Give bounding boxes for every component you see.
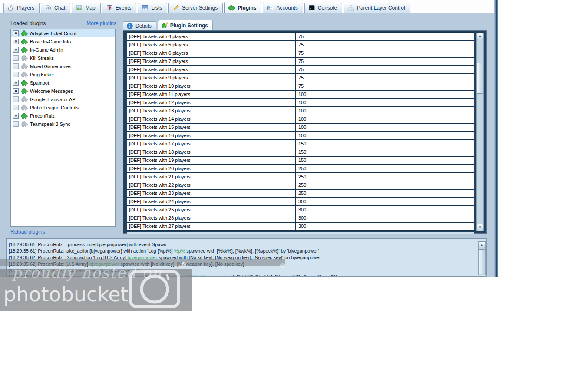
setting-row[interactable]: [DEF] Tickets with 9 players75	[127, 74, 474, 82]
setting-value-cell[interactable]: 150	[296, 157, 474, 164]
plugin-list-item[interactable]: ×In-Game Admin	[11, 46, 115, 54]
setting-row[interactable]: [DEF] Tickets with 15 players100	[127, 124, 474, 132]
setting-value-cell[interactable]: 75	[296, 82, 474, 90]
setting-value-cell[interactable]: 300	[296, 223, 474, 230]
checkbox-unchecked[interactable]	[13, 55, 19, 61]
settings-scrollbar[interactable]: ▲ ▼	[476, 33, 484, 231]
setting-row[interactable]: [DEF] Tickets with 13 players100	[127, 107, 474, 115]
checkbox-checked[interactable]: ×	[13, 88, 19, 94]
setting-value-cell[interactable]: 300	[296, 206, 474, 214]
setting-row[interactable]: [DEF] Tickets with 27 players300	[127, 223, 474, 231]
tab-players[interactable]: Players	[3, 3, 40, 13]
setting-row[interactable]: [DEF] Tickets with 14 players100	[127, 115, 474, 124]
plugin-list-item[interactable]: Ping Kicker	[11, 70, 115, 79]
plugin-list-item[interactable]: Google Translator API	[11, 95, 115, 103]
setting-value-cell[interactable]: 250	[296, 173, 474, 181]
tab-plugins[interactable]: Plugins	[224, 2, 261, 13]
setting-value-cell[interactable]: 75	[296, 41, 474, 49]
plugin-list-item[interactable]: Mixed Gamemodes	[11, 62, 115, 70]
setting-value-cell[interactable]: 75	[296, 74, 474, 82]
setting-value-cell[interactable]: 75	[296, 49, 474, 57]
scroll-thumb[interactable]	[479, 249, 485, 274]
checkbox-checked[interactable]: ×	[13, 80, 19, 86]
setting-row[interactable]: [DEF] Tickets with 17 players150	[127, 140, 474, 148]
tab-chat[interactable]: Chat	[41, 3, 70, 13]
scroll-thumb[interactable]	[477, 63, 483, 94]
setting-row[interactable]: [DEF] Tickets with 8 players75	[127, 66, 474, 74]
scroll-up-button[interactable]: ▲	[477, 33, 483, 40]
tab-lists[interactable]: Lists	[138, 3, 167, 13]
setting-value-cell[interactable]: 100	[296, 124, 474, 131]
card-icon	[267, 4, 274, 11]
setting-row[interactable]: [DEF] Tickets with 23 players250	[127, 190, 474, 198]
panel-tab-plugin-settings[interactable]: Plugin Settings	[158, 20, 213, 30]
tab-accounts[interactable]: Accounts	[263, 3, 303, 13]
plugin-list-item[interactable]: ×Basic In-Game Info	[11, 37, 115, 46]
setting-value-cell[interactable]: 250	[296, 181, 474, 189]
setting-row[interactable]: [DEF] Tickets with 22 players250	[127, 181, 474, 190]
tab-parent-layer-control[interactable]: Parent Layer Control	[344, 3, 410, 13]
panel-tab-details[interactable]: Details	[123, 21, 156, 30]
plugin-list-item[interactable]: Ploho League Controls	[11, 103, 115, 112]
checkbox-checked[interactable]: ×	[13, 113, 19, 119]
tab-label: Details	[135, 23, 152, 29]
tab-console[interactable]: Console	[304, 3, 342, 13]
setting-row[interactable]: [DEF] Tickets with 24 players300	[127, 198, 474, 206]
setting-row[interactable]: [DEF] Tickets with 11 players100	[127, 91, 474, 99]
checkbox-checked[interactable]: ×	[13, 39, 19, 44]
checkbox-unchecked[interactable]	[13, 72, 19, 77]
tab-server-settings[interactable]: Server Settings	[168, 3, 223, 13]
setting-row[interactable]: [DEF] Tickets with 6 players75	[127, 49, 474, 58]
setting-value-cell[interactable]: 100	[296, 91, 474, 98]
setting-row[interactable]: [DEF] Tickets with 20 players250	[127, 165, 474, 173]
scroll-up-button[interactable]: ▲	[479, 241, 485, 248]
reload-plugins-link[interactable]: Reload plugins	[10, 229, 45, 235]
checkbox-checked[interactable]: ×	[13, 47, 19, 53]
setting-row[interactable]: [DEF] Tickets with 16 players100	[127, 132, 474, 140]
setting-row[interactable]: [DEF] Tickets with 19 players150	[127, 157, 474, 165]
setting-value-cell[interactable]: 300	[296, 214, 474, 222]
setting-row[interactable]: [DEF] Tickets with 26 players300	[127, 214, 474, 223]
tab-map[interactable]: Map	[72, 3, 100, 13]
setting-row[interactable]: [DEF] Tickets with 4 players75	[127, 33, 474, 41]
setting-value-cell[interactable]: 100	[296, 99, 474, 106]
setting-value-cell[interactable]: 75	[296, 58, 474, 65]
setting-value-cell[interactable]: 150	[296, 148, 474, 156]
setting-value-cell[interactable]: 100	[296, 107, 474, 115]
checkbox-unchecked[interactable]	[13, 63, 19, 69]
plugin-list-item[interactable]: ×Spambot	[11, 79, 115, 87]
setting-row[interactable]: [DEF] Tickets with 12 players100	[127, 99, 474, 107]
checkbox-checked[interactable]: ×	[13, 30, 19, 36]
plugin-list-item[interactable]: Teamspeak 3 Sync	[11, 120, 115, 128]
console-scrollbar[interactable]: ▲	[478, 241, 486, 275]
setting-name-cell: [DEF] Tickets with 4 players	[127, 33, 296, 40]
checkbox-unchecked[interactable]	[13, 96, 19, 102]
more-plugins-link[interactable]: More plugins	[77, 20, 116, 26]
console-line: [18:29:35 63] ProconRulz: process_parts …	[7, 267, 486, 274]
plugin-list-item[interactable]: ×Welcome Messages	[11, 87, 115, 95]
setting-value-cell[interactable]: 250	[296, 165, 474, 172]
setting-value-cell[interactable]: 100	[296, 132, 474, 139]
setting-row[interactable]: [DEF] Tickets with 25 players300	[127, 206, 474, 214]
plugin-list-item[interactable]: ×Adaptive Ticket Count	[11, 29, 115, 37]
setting-row[interactable]: [DEF] Tickets with 10 players75	[127, 82, 474, 91]
setting-value-cell[interactable]: 250	[296, 190, 474, 197]
scroll-down-button[interactable]: ▼	[477, 224, 483, 231]
setting-name-cell: [DEF] Tickets with 10 players	[127, 82, 296, 90]
plugin-name: Kill Streaks	[30, 56, 54, 61]
setting-row[interactable]: [DEF] Tickets with 7 players75	[127, 58, 474, 66]
plugin-list[interactable]: ×Adaptive Ticket Count×Basic In-Game Inf…	[10, 29, 116, 227]
setting-value-cell[interactable]: 100	[296, 115, 474, 123]
plugin-list-item[interactable]: Kill Streaks	[11, 54, 115, 62]
checkbox-unchecked[interactable]	[13, 121, 19, 127]
setting-value-cell[interactable]: 300	[296, 198, 474, 205]
setting-row[interactable]: [DEF] Tickets with 21 players250	[127, 173, 474, 181]
setting-value-cell[interactable]: 150	[296, 140, 474, 148]
setting-row[interactable]: [DEF] Tickets with 18 players150	[127, 148, 474, 157]
setting-value-cell[interactable]: 75	[296, 33, 474, 40]
plugin-list-item[interactable]: ×ProconRulz	[11, 112, 115, 120]
setting-value-cell[interactable]: 75	[296, 66, 474, 73]
checkbox-unchecked[interactable]	[13, 105, 19, 110]
setting-row[interactable]: [DEF] Tickets with 5 players75	[127, 41, 474, 49]
tab-events[interactable]: Events	[102, 3, 137, 13]
